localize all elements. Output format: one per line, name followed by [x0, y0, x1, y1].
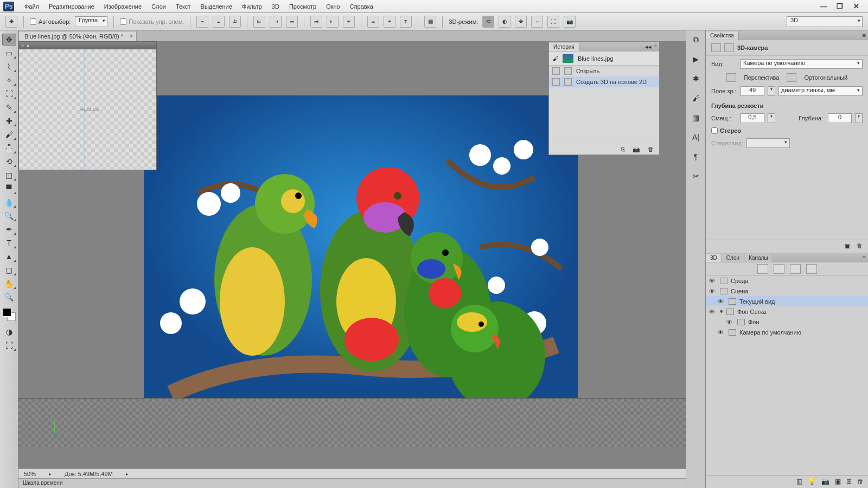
dist-left-icon[interactable]: ⫨ [367, 16, 379, 28]
fov-input[interactable]: 49 [741, 86, 764, 96]
gradient-tool[interactable]: ▀ [2, 183, 16, 195]
path-select-tool[interactable]: ▲ [2, 251, 16, 262]
color-swatches[interactable] [3, 308, 16, 321]
dist-vcenter-icon[interactable]: ⫦ [327, 16, 339, 28]
panel-menu-icon[interactable]: ≡ [863, 32, 866, 38]
menu-3d[interactable]: 3D [267, 0, 284, 13]
quickmask-tool[interactable]: ◑ [2, 326, 16, 338]
trash-icon[interactable]: 🗑 [857, 478, 864, 486]
brush-icon[interactable]: 🖌 [690, 92, 702, 104]
menu-help[interactable]: Справка [345, 0, 378, 13]
zoom-menu-icon[interactable]: ▸ [49, 471, 52, 477]
view-dropdown[interactable]: Камера по умолчанию [741, 59, 863, 69]
menu-window[interactable]: Окно [321, 0, 345, 13]
filter-mesh-icon[interactable] [774, 264, 784, 274]
type-tool[interactable]: T [2, 237, 16, 249]
properties-tab[interactable]: Свойства [706, 31, 739, 40]
3d-rotate-icon[interactable]: ⟲ [482, 16, 494, 28]
dist-right-icon[interactable]: ⫪ [400, 16, 412, 28]
navigator-overlay[interactable]: ×▸ 56,44 см [18, 41, 157, 170]
camera-add-icon[interactable]: 📷 [821, 478, 829, 486]
autoselect-check[interactable]: Автовыбор: [30, 18, 71, 25]
step-check-icon[interactable] [552, 67, 560, 75]
menu-layer[interactable]: Слои [146, 0, 171, 13]
3d-camera-icon[interactable]: 📷 [564, 16, 576, 28]
window-minimize[interactable]: — [819, 2, 828, 11]
dist-bottom-icon[interactable]: ⫧ [343, 16, 355, 28]
new-icon[interactable]: ⊞ [846, 478, 852, 486]
menu-image[interactable]: Изображение [99, 0, 146, 13]
move-tool[interactable]: ✥ [2, 34, 16, 46]
canvas[interactable]: ×▸ 56,44 см [18, 41, 686, 468]
dist-top-icon[interactable]: ⫥ [310, 16, 322, 28]
plane-icon[interactable]: ▥ [796, 478, 802, 486]
history-brush-tool[interactable]: ⟲ [2, 156, 16, 168]
filter-light-icon[interactable] [806, 264, 817, 274]
marquee-tool[interactable]: ▭ [2, 47, 16, 59]
3d-pan-icon[interactable]: ✥ [515, 16, 527, 28]
tab-3d[interactable]: 3D [706, 254, 722, 262]
filter-scene-icon[interactable] [757, 264, 768, 274]
filter-material-icon[interactable] [790, 264, 801, 274]
tree-row-camera[interactable]: 👁Камера по умолчанию [706, 327, 868, 337]
tree-row-env[interactable]: 👁Среда [706, 275, 868, 286]
perspective-icon[interactable] [726, 73, 736, 82]
visibility-icon[interactable]: 👁 [709, 278, 717, 284]
panel-menu-icon[interactable]: ≡ [863, 254, 866, 261]
dodge-tool[interactable]: 🔍 [2, 210, 16, 222]
close-tab-icon[interactable]: × [130, 33, 133, 39]
history-source[interactable]: 🖌 Blue lines.jpg [549, 52, 659, 66]
lasso-tool[interactable]: ⌇ [2, 61, 16, 73]
close-icon[interactable]: × [21, 43, 24, 48]
brush-presets-icon[interactable]: ✱ [690, 73, 702, 85]
wand-tool[interactable]: ✧ [2, 74, 16, 86]
align-bottom-icon[interactable]: ⫡ [229, 16, 241, 28]
tree-row-material[interactable]: 👁Фон [706, 317, 868, 327]
3d-preset-dropdown[interactable]: 3D [787, 16, 863, 27]
3d-scale-icon[interactable]: ⛶ [547, 16, 559, 28]
visibility-icon[interactable]: 👁 [718, 298, 725, 305]
depth-input[interactable]: 0 [828, 113, 852, 123]
trash-icon[interactable]: 🗑 [857, 242, 863, 251]
tools-presets-icon[interactable]: ✂ [690, 170, 702, 182]
offset-input[interactable]: 0,5 [741, 113, 764, 123]
tree-row-mesh[interactable]: 👁▾Фон Сетка [706, 306, 868, 317]
tab-channels[interactable]: Каналы [744, 254, 773, 262]
light-icon[interactable]: 💡 [808, 478, 816, 486]
visibility-icon[interactable]: 👁 [726, 319, 734, 325]
render-icon[interactable]: ▣ [835, 478, 841, 486]
menu-edit[interactable]: Редактирование [44, 0, 99, 13]
blur-tool[interactable]: 💧 [2, 196, 16, 208]
window-restore[interactable]: ❐ [835, 2, 844, 11]
navigator-preview[interactable]: 56,44 см [19, 49, 156, 169]
eraser-tool[interactable]: ◫ [2, 169, 16, 181]
panel-menu-icon[interactable]: ≡ [654, 43, 657, 50]
shape-tool[interactable]: ▢ [2, 264, 16, 276]
auto-align-icon[interactable]: ▦ [424, 16, 436, 28]
history-step[interactable]: Создать 3D на основе 2D [549, 76, 659, 87]
paragraph-icon[interactable]: ¶ [690, 151, 702, 163]
lens-dropdown[interactable]: диаметр линзы, мм [778, 86, 863, 96]
menu-text[interactable]: Текст [171, 0, 196, 13]
trash-icon[interactable]: 🗑 [648, 146, 654, 153]
tree-row-scene[interactable]: 👁Сцена [706, 286, 868, 296]
character-icon[interactable]: A| [690, 131, 702, 143]
snapshot-icon[interactable]: 📷 [633, 146, 640, 153]
screenmode-tool[interactable]: ⛶ [2, 339, 16, 351]
pen-tool[interactable]: ✒ [2, 223, 16, 235]
collapse-icon[interactable]: ▸ [27, 43, 30, 48]
menu-file[interactable]: Файл [20, 0, 44, 13]
tree-row-currentview[interactable]: 👁Текущий вид [706, 296, 868, 306]
stereo-check[interactable]: Стерео [711, 127, 863, 134]
document-tab[interactable]: Blue lines.jpg @ 50% (Фон, RGB/8) *× [18, 31, 137, 41]
3d-roll-icon[interactable]: ◐ [499, 16, 510, 28]
menu-filter[interactable]: Фильтр [237, 0, 267, 13]
ortho-icon[interactable] [787, 73, 796, 82]
actions-icon[interactable]: ▶ [690, 53, 702, 65]
brush-tool[interactable]: 🖌 [2, 129, 16, 140]
menu-select[interactable]: Выделение [196, 0, 237, 13]
move-tool-icon[interactable]: ✥ [5, 16, 17, 28]
zoom-tool[interactable]: 🔍 [2, 291, 16, 303]
depth-stepper[interactable]: ▾ [855, 113, 863, 123]
align-hcenter-icon[interactable]: ⫣ [270, 16, 282, 28]
